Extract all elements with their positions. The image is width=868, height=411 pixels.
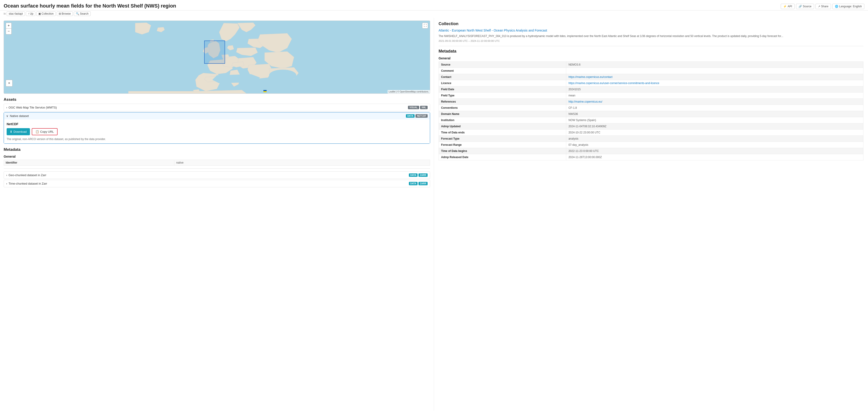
asset-badges-native: DATA NETCDF	[406, 114, 428, 118]
right-key-forecasttype: Forecast Type	[439, 135, 566, 141]
asset-row-native: ∨ Native dataset DATA NETCDF NetCDF ⬇ Do…	[4, 112, 430, 144]
language-button[interactable]: 🌐 Language: English	[832, 4, 864, 9]
right-val-licence[interactable]: https://marine.copernicus.eu/user-corner…	[566, 80, 863, 86]
copy-icon: 📋	[35, 130, 39, 133]
table-row: Licence https://marine.copernicus.eu/use…	[439, 80, 863, 86]
badge-zarr-geo: ZARR	[418, 173, 428, 177]
netcdf-title: NetCDF	[7, 122, 427, 126]
layers-icon: ≡	[8, 81, 10, 85]
table-row: References http://marine.copernicus.eu/	[439, 98, 863, 105]
right-val-source: NEMO3.6	[566, 61, 863, 68]
right-val-domainname: NWS36	[566, 111, 863, 117]
breadcrumb-browse[interactable]: ⊞ Browse	[57, 11, 73, 16]
badge-data-geo: DATA	[409, 173, 417, 177]
badge-zarr-time: ZARR	[418, 182, 428, 185]
assets-section: Assets › OGC Web Map Tile Service (WMTS)…	[4, 97, 430, 187]
asset-label-geo-zarr: › Geo-chunked dataset in Zarr	[6, 173, 46, 177]
metadata-table-left: Identifier native	[4, 160, 430, 166]
metadata-title-right: Metadata	[439, 49, 863, 54]
asset-label-time-zarr: › Time-chunked dataset in Zarr	[6, 182, 47, 185]
asset-badges-wmts: VISUAL XML	[408, 106, 428, 109]
right-key-source: Source	[439, 61, 566, 68]
collection-title: Collection	[439, 22, 863, 26]
asset-row-geo-zarr[interactable]: › Geo-chunked dataset in Zarr DATA ZARR	[4, 171, 430, 179]
copy-url-button[interactable]: 📋 Copy URL	[32, 128, 58, 135]
badge-netcdf: NETCDF	[415, 114, 428, 118]
right-val-admpreleaseddate: 2024-11-26T13:00:00.000Z	[566, 154, 863, 160]
map-layers-button[interactable]: ≡	[6, 80, 12, 87]
right-val-databegins: 2022-11-23 0:00:00 UTC	[566, 148, 863, 154]
asset-row-time-zarr[interactable]: › Time-chunked dataset in Zarr DATA ZARR	[4, 180, 430, 187]
breadcrumb-collection[interactable]: ▣ Collection	[36, 11, 56, 16]
table-row: Institution NOW Systems (Spain)	[439, 117, 863, 123]
right-key-references: References	[439, 98, 566, 105]
browse-icon: ⊞	[59, 12, 61, 15]
metadata-table-right: Source NEMO3.6 Comment Contact https://m…	[439, 61, 863, 160]
download-icon: ⬇	[10, 130, 12, 133]
svg-rect-3	[264, 91, 267, 92]
map-fullscreen-button[interactable]: ⛶	[422, 23, 428, 29]
asset-label-wmts: › OGC Web Map Tile Service (WMTS)	[6, 106, 57, 109]
chevron-right-time: ›	[6, 182, 7, 185]
share-button[interactable]: ↗ Share	[815, 4, 831, 9]
assets-title: Assets	[4, 97, 430, 102]
table-row: Comment	[439, 68, 863, 74]
table-row: Identifier native	[4, 160, 430, 165]
asset-buttons: ⬇ Download 📋 Copy URL	[7, 128, 427, 135]
table-row: Admp Released Date 2024-11-26T13:00:00.0…	[439, 154, 863, 160]
map-container: + − ⛶ ≡ Leaflet | © OpenStreetMap contri…	[4, 21, 430, 94]
fullscreen-icon: ⛶	[424, 24, 427, 27]
asset-native-header[interactable]: ∨ Native dataset DATA NETCDF	[4, 113, 430, 120]
table-row: Time of Data begins 2022-11-23 0:00:00 U…	[439, 148, 863, 154]
table-row: Forecast Range 07-day_analysis	[439, 141, 863, 148]
right-key-contact: Contact	[439, 74, 566, 80]
table-row: Contact https://marine.copernicus.eu/con…	[439, 74, 863, 80]
asset-row-wmts[interactable]: › OGC Web Map Tile Service (WMTS) VISUAL…	[4, 104, 430, 111]
metadata-title-left: Metadata	[4, 147, 430, 152]
collection-link[interactable]: Atlantic - European North West Shelf - O…	[439, 29, 863, 32]
breadcrumb-in: in	[4, 12, 6, 15]
table-row: Field Type mean	[439, 92, 863, 98]
language-icon: 🌐	[835, 5, 838, 8]
breadcrumb-stac[interactable]: stac-fastapi	[7, 11, 25, 16]
breadcrumb-up[interactable]: ↑ Up	[26, 11, 35, 16]
download-button[interactable]: ⬇ Download	[7, 128, 30, 135]
right-key-domainname: Domain Name	[439, 111, 566, 117]
licence-link[interactable]: https://marine.copernicus.eu/user-corner…	[568, 82, 659, 85]
collection-icon: ▣	[38, 12, 41, 15]
contact-link[interactable]: https://marine.copernicus.eu/contact	[568, 75, 613, 78]
metadata-section-left: Metadata General Identifier native	[4, 147, 430, 166]
right-val-forecasttype: analysis	[566, 135, 863, 141]
svg-point-1	[269, 69, 296, 81]
collection-dates: 2021-09-01 00:00:00 UTC – 2024-11-10 00:…	[439, 39, 863, 42]
right-val-references[interactable]: http://marine.copernicus.eu/	[566, 98, 863, 105]
share-icon: ↗	[818, 5, 820, 8]
zoom-out-button[interactable]: −	[6, 29, 12, 34]
main-layout: + − ⛶ ≡ Leaflet | © OpenStreetMap contri…	[0, 18, 868, 411]
asset-badges-geo-zarr: DATA ZARR	[409, 173, 428, 177]
right-key-dataends: Time of Data ends	[439, 129, 566, 135]
asset-content-native: NetCDF ⬇ Download 📋 Copy URL The origina…	[4, 120, 430, 144]
table-row: Admp Updated 2024-11-04T08:32:10.434909Z	[439, 123, 863, 129]
right-key-conventions: Conventions	[439, 105, 566, 111]
right-key-admpreleaseddate: Admp Released Date	[439, 154, 566, 160]
api-button[interactable]: ⚡ API	[781, 4, 795, 9]
chevron-right-geo: ›	[6, 173, 7, 177]
references-link[interactable]: http://marine.copernicus.eu/	[568, 100, 602, 103]
table-row: Forecast Type analysis	[439, 135, 863, 141]
chevron-right-wmts: ›	[6, 106, 7, 109]
table-row: Time of Data ends 2024-10-22 23:00:00 UT…	[439, 129, 863, 135]
right-panel: Collection Atlantic - European North Wes…	[434, 18, 868, 411]
source-button[interactable]: 🔗 Source	[796, 4, 814, 9]
right-val-forecastrange: 07-day_analysis	[566, 141, 863, 148]
right-key-institution: Institution	[439, 117, 566, 123]
map-selection-box	[205, 41, 225, 63]
svg-rect-2	[264, 90, 267, 91]
right-val-fieldtype: mean	[566, 92, 863, 98]
breadcrumb-search[interactable]: 🔍 Search	[74, 11, 91, 16]
meta-val-identifier: native	[174, 160, 430, 165]
right-val-contact[interactable]: https://marine.copernicus.eu/contact	[566, 74, 863, 80]
meta-key-identifier: Identifier	[4, 160, 174, 165]
map-svg	[4, 21, 430, 93]
zoom-in-button[interactable]: +	[6, 23, 12, 29]
